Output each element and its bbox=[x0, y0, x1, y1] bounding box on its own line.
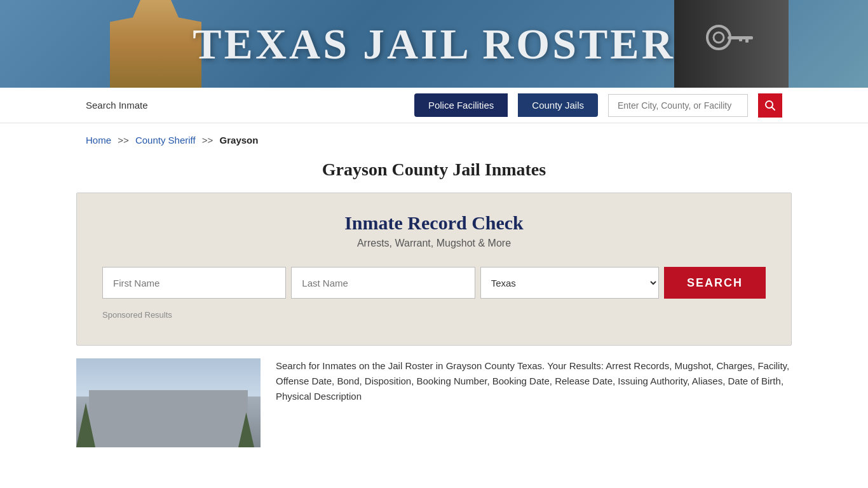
record-check-box: Inmate Record Check Arrests, Warrant, Mu… bbox=[76, 193, 792, 346]
svg-rect-3 bbox=[745, 36, 749, 43]
breadcrumb-county-sheriff[interactable]: County Sheriff bbox=[135, 135, 196, 146]
description-text: Search for Inmates on the Jail Roster in… bbox=[276, 358, 792, 404]
state-select[interactable]: AlabamaAlaskaArizonaArkansasCaliforniaCo… bbox=[480, 267, 659, 299]
nav-bar: Search Inmate Police Facilities County J… bbox=[0, 88, 868, 123]
svg-point-1 bbox=[714, 32, 724, 43]
search-icon bbox=[764, 100, 776, 111]
facility-image bbox=[76, 358, 261, 447]
breadcrumb: Home >> County Sheriff >> Grayson bbox=[0, 123, 868, 152]
police-facilities-button[interactable]: Police Facilities bbox=[414, 93, 508, 117]
county-jails-button[interactable]: County Jails bbox=[518, 93, 598, 117]
breadcrumb-home[interactable]: Home bbox=[86, 135, 111, 146]
first-name-input[interactable] bbox=[102, 267, 286, 299]
svg-rect-4 bbox=[739, 36, 742, 41]
svg-line-6 bbox=[772, 107, 775, 110]
page-title: Grayson County Jail Inmates bbox=[0, 152, 868, 193]
facility-search-input[interactable] bbox=[608, 94, 748, 117]
search-fields: AlabamaAlaskaArizonaArkansasCaliforniaCo… bbox=[102, 267, 766, 299]
breadcrumb-current: Grayson bbox=[220, 135, 259, 146]
svg-point-0 bbox=[707, 26, 730, 49]
building-decoration bbox=[89, 390, 248, 447]
keys-decoration bbox=[674, 0, 789, 88]
header-banner: Texas Jail Roster bbox=[0, 0, 868, 88]
last-name-input[interactable] bbox=[291, 267, 475, 299]
record-check-title: Inmate Record Check bbox=[102, 212, 766, 234]
record-check-subtitle: Arrests, Warrant, Mugshot & More bbox=[102, 238, 766, 249]
nav-label: Search Inmate bbox=[86, 100, 148, 111]
search-button[interactable]: SEARCH bbox=[664, 267, 766, 299]
keys-icon bbox=[700, 12, 763, 76]
breadcrumb-sep-1: >> bbox=[118, 135, 129, 146]
site-title: Texas Jail Roster bbox=[193, 19, 675, 69]
breadcrumb-sep-2: >> bbox=[202, 135, 214, 146]
sponsored-label: Sponsored Results bbox=[102, 310, 766, 320]
facility-search-button[interactable] bbox=[758, 93, 782, 118]
bottom-section: Search for Inmates on the Jail Roster in… bbox=[0, 346, 868, 460]
